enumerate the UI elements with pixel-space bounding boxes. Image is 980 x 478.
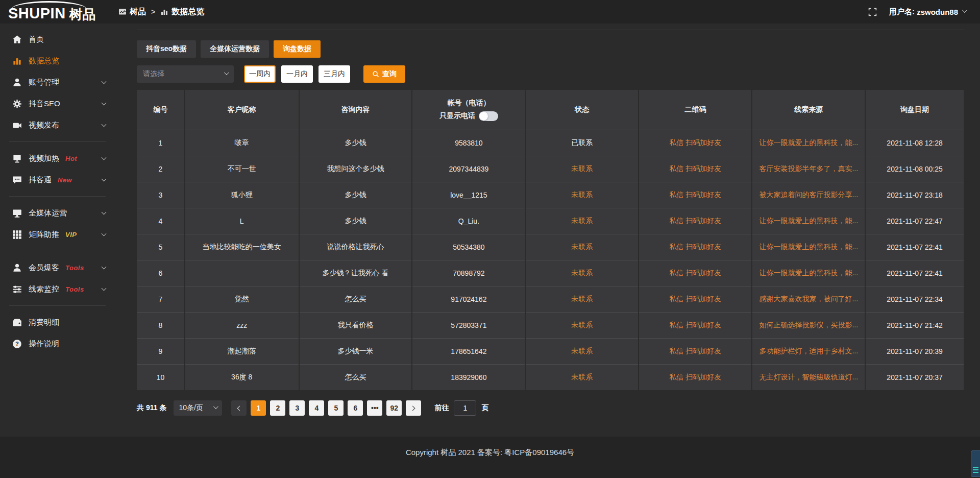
sidebar-item-consume-detail[interactable]: 消费明细 [0, 312, 115, 333]
chevron-left-icon [237, 405, 242, 411]
tab-inquiry-data[interactable]: 询盘数据 [274, 40, 321, 58]
sidebar-item-data-overview[interactable]: 数据总览 [0, 50, 115, 71]
cell-qrcode-links[interactable]: 私信 扫码加好友 [639, 286, 752, 312]
cell-source-link[interactable]: 让你一眼就爱上的黑科技，能... [752, 130, 865, 156]
cell-source-link[interactable]: 让你一眼就爱上的黑科技，能... [752, 208, 865, 234]
cell-source-link[interactable]: 多功能护栏灯，适用于乡村文... [752, 338, 865, 364]
cell-date: 2021-11-07 20:39 [865, 338, 964, 364]
gear-icon [12, 99, 22, 109]
user-menu[interactable]: 用户名: zswodun88 [889, 7, 966, 17]
cell-content: 多少钱 [299, 130, 412, 156]
table-row: 10 36度 8 怎么买 183929060 未联系 私信 扫码加好友 无主灯设… [137, 364, 964, 390]
cell-qrcode-links[interactable]: 私信 扫码加好友 [639, 364, 752, 390]
cell-date: 2021-11-07 22:47 [865, 208, 964, 234]
cell-source-link[interactable]: 被大家追着问的客厅投影分享... [752, 182, 865, 208]
cell-qrcode-links[interactable]: 私信 扫码加好友 [639, 182, 752, 208]
search-icon [372, 70, 379, 78]
sidebar-divider [9, 251, 106, 251]
pagination: 共 911 条 10条/页 1 2 3 4 5 6 ••• 92 前往 页 [137, 400, 964, 416]
prev-page-button[interactable] [231, 400, 247, 416]
goto-suffix: 页 [481, 403, 488, 413]
sliders-icon [12, 284, 22, 294]
cell-qrcode-links[interactable]: 私信 扫码加好友 [639, 234, 752, 260]
tab-media-operation-data[interactable]: 全媒体运营数据 [201, 40, 269, 58]
cell-content: 多少钱 [299, 182, 412, 208]
header-nickname: 客户昵称 [185, 90, 299, 130]
header-account: 帐号（电话） 只显示电话 [412, 90, 525, 130]
edge-widget[interactable] [971, 450, 980, 477]
cell-content: 我只看价格 [299, 312, 412, 338]
cell-qrcode-links[interactable]: 私信 扫码加好友 [639, 156, 752, 182]
page-ellipsis-button[interactable]: ••• [367, 400, 382, 416]
page-button-6[interactable]: 6 [348, 400, 363, 416]
cell-account: 50534380 [412, 234, 525, 260]
sidebar-item-media-operation[interactable]: 全媒体运营 [0, 202, 115, 224]
chevron-down-icon [102, 79, 107, 84]
sidebar-item-label: 数据总览 [29, 56, 59, 66]
cell-nickname: 狐小狸 [185, 182, 299, 208]
cell-source-link[interactable]: 感谢大家喜欢我家，被问了好... [752, 286, 865, 312]
cell-nickname: L [185, 208, 299, 234]
page-button-92[interactable]: 92 [386, 400, 402, 416]
sidebar-item-member-burst[interactable]: 会员爆客 Tools [0, 257, 115, 278]
total-count: 共 911 条 [137, 403, 166, 413]
tab-douyin-seo-data[interactable]: 抖音seo数据 [137, 40, 196, 58]
cell-content: 多少钱？让我死心 看 [299, 260, 412, 286]
sidebar-item-operation-guide[interactable]: ? 操作说明 [0, 333, 115, 354]
header-content: 咨询内容 [299, 90, 412, 130]
username-label: 用户名: [889, 7, 915, 17]
fullscreen-icon[interactable] [868, 8, 877, 16]
cell-qrcode-links[interactable]: 私信 扫码加好友 [639, 130, 752, 156]
page-button-2[interactable]: 2 [270, 400, 285, 416]
cell-nickname: 36度 8 [185, 364, 299, 390]
chevron-down-icon [102, 176, 107, 181]
page-button-5[interactable]: 5 [328, 400, 344, 416]
table-row: 6 多少钱？让我死心 看 70898792 未联系 私信 扫码加好友 让你一眼就… [137, 260, 964, 286]
cell-content: 说说价格让我死心 [299, 234, 412, 260]
sidebar-item-home[interactable]: 首页 [0, 29, 115, 50]
sidebar-item-label: 操作说明 [29, 339, 59, 349]
logo-arc-decoration [11, 1, 87, 9]
cell-qrcode-links[interactable]: 私信 扫码加好友 [639, 208, 752, 234]
page-size-select[interactable]: 10条/页 [174, 400, 222, 416]
goto-page-input[interactable] [454, 400, 476, 416]
cell-qrcode-links[interactable]: 私信 扫码加好友 [639, 312, 752, 338]
copyright-text: Copyright 树品 2021 备案号: 粤ICP备09019646号 [406, 448, 574, 478]
page-button-3[interactable]: 3 [289, 400, 305, 416]
next-page-button[interactable] [406, 400, 421, 416]
quick-range-button-0[interactable]: 一周内 [244, 65, 276, 83]
account-select[interactable]: 请选择 [137, 65, 234, 83]
sidebar-item-douketong[interactable]: 抖客通 New [0, 169, 115, 190]
sidebar-item-clue-monitor[interactable]: 线索监控 Tools [0, 278, 115, 300]
cell-nickname: zzz [185, 312, 299, 338]
phone-only-toggle[interactable] [479, 111, 498, 121]
cell-source-link[interactable]: 无主灯设计，智能磁吸轨道灯... [752, 364, 865, 390]
header-id: 编号 [137, 90, 185, 130]
cell-source-link[interactable]: 让你一眼就爱上的黑科技，能... [752, 234, 865, 260]
svg-text:?: ? [15, 341, 19, 347]
sidebar-item-badge: VIP [65, 231, 77, 238]
breadcrumb-home[interactable]: 树品 [130, 7, 146, 17]
table-row: 4 L 多少钱 Q_Liu. 未联系 私信 扫码加好友 让你一眼就爱上的黑科技，… [137, 208, 964, 234]
data-tabs: 抖音seo数据 全媒体运营数据 询盘数据 [137, 40, 964, 58]
chat-bubble-icon [12, 175, 22, 185]
sidebar-item-video-publish[interactable]: 视频发布 [0, 114, 115, 136]
sidebar-item-douyin-seo[interactable]: 抖音SEO [0, 93, 115, 114]
cell-account: 917024162 [412, 286, 525, 312]
cell-qrcode-links[interactable]: 私信 扫码加好友 [639, 338, 752, 364]
cell-source-link[interactable]: 让你一眼就爱上的黑科技，能... [752, 260, 865, 286]
cell-source-link[interactable]: 客厅安装投影半年多了，真实... [752, 156, 865, 182]
cell-date: 2021-11-08 12:28 [865, 130, 964, 156]
sidebar-item-matrix-boost[interactable]: 矩阵助推 VIP [0, 224, 115, 245]
page-button-1[interactable]: 1 [251, 400, 266, 416]
quick-range-button-1[interactable]: 一月内 [281, 65, 313, 83]
page-button-4[interactable]: 4 [309, 400, 324, 416]
cell-qrcode-links[interactable]: 私信 扫码加好友 [639, 260, 752, 286]
chevron-down-icon [102, 122, 107, 127]
cell-source-link[interactable]: 如何正确选择投影仪，买投影... [752, 312, 865, 338]
search-button[interactable]: 查询 [363, 65, 405, 83]
cell-id: 3 [137, 182, 185, 208]
quick-range-button-2[interactable]: 三月内 [318, 65, 350, 83]
sidebar-item-video-heat[interactable]: 视频加热 Hot [0, 148, 115, 169]
sidebar-item-account-manage[interactable]: 账号管理 [0, 71, 115, 93]
